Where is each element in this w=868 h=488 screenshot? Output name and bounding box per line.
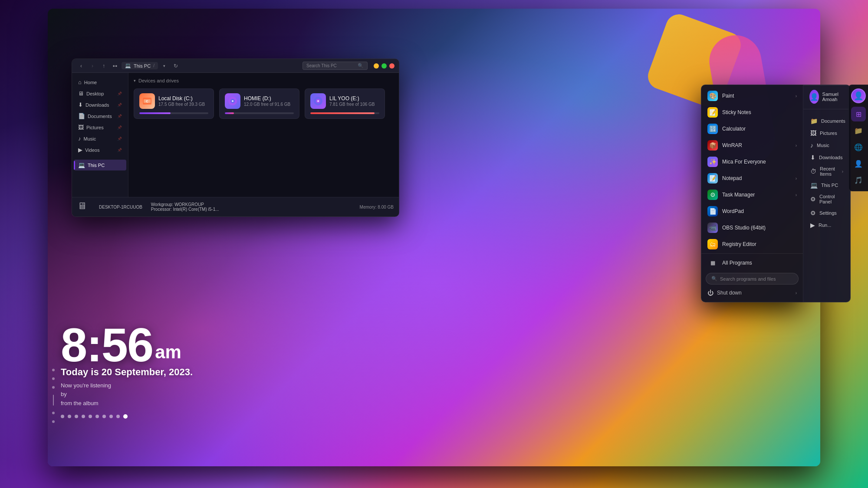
sr-music-icon: ♪ <box>810 142 813 149</box>
allprograms-icon: ▦ <box>707 258 718 268</box>
refresh-button[interactable]: ↻ <box>171 61 181 71</box>
shutdown-icon: ⏻ <box>707 289 713 296</box>
sidebar-item-thispc[interactable]: 💻 This PC <box>74 160 126 170</box>
processor-text: Processor: Intel(R) Core(TM) i5-1... <box>151 207 219 212</box>
sidebar-item-desktop[interactable]: 🖥 Desktop 📌 <box>74 88 126 99</box>
sr-control-icon: ⚙ <box>810 196 816 203</box>
drive-card-c[interactable]: C Local Disk (C:) 17.5 GB free of 39.3 G… <box>134 88 214 119</box>
pin-icon-pictures: 📌 <box>117 125 122 130</box>
sidebar-label-thispc: This PC <box>88 163 105 168</box>
sidebar-label-downloads: Downloads <box>85 102 109 108</box>
taskmgr-arrow: › <box>796 193 797 197</box>
start-search-bar[interactable]: 🔍 Search programs and files <box>706 273 799 285</box>
strip-user-avatar[interactable]: 👤 <box>851 88 866 103</box>
up-button[interactable]: ↑ <box>99 61 108 71</box>
sr-item-music[interactable]: ♪ Music <box>808 140 846 151</box>
vert-dot-1 <box>52 369 55 371</box>
sidebar-item-music[interactable]: ♪ Music 📌 <box>74 133 126 144</box>
maximize-button[interactable] <box>381 63 387 69</box>
dot-10 <box>123 414 128 419</box>
sr-run-icon: ▶ <box>810 222 815 229</box>
notepad-arrow: › <box>796 176 797 181</box>
sr-item-thispc[interactable]: 💻 This PC <box>808 180 846 191</box>
sr-music-label: Music <box>817 143 829 148</box>
drive-name-d: HOMIE (D:) <box>244 95 290 102</box>
svg-point-5 <box>232 100 233 102</box>
music-icon: ♪ <box>78 135 81 142</box>
drive-header-c: C Local Disk (C:) 17.5 GB free of 39.3 G… <box>139 93 208 109</box>
right-divider-top <box>803 109 850 109</box>
drive-card-d[interactable]: HOMIE (D:) 12.0 GB free of 91.6 GB <box>219 88 299 119</box>
sidebar-item-videos[interactable]: ▶ Videos 📌 <box>74 144 126 155</box>
processor-label: Processor: <box>151 207 172 212</box>
strip-item-folder[interactable]: 📁 <box>851 123 866 138</box>
obs-icon: 📹 <box>707 223 718 233</box>
sidebar: ⌂ Home 🖥 Desktop 📌 ⬇ Downloads 📌 📄 Docum… <box>72 73 128 216</box>
sr-item-downloads[interactable]: ⬇ Downloads <box>808 152 846 163</box>
start-item-taskmgr[interactable]: ⚙ Task Manager › <box>701 187 803 203</box>
sr-downloads-label: Downloads <box>819 155 842 160</box>
drive-bar-fill-c <box>139 112 171 114</box>
sr-item-documents[interactable]: 📁 Documents <box>808 115 846 127</box>
sidebar-item-documents[interactable]: 📄 Documents 📌 <box>74 111 126 121</box>
start-item-regedit[interactable]: 🗂 Registry Editor <box>701 236 803 252</box>
vert-line <box>53 395 54 406</box>
start-item-allprograms[interactable]: ▦ All Programs <box>701 255 803 271</box>
close-button[interactable] <box>389 63 395 69</box>
sr-item-pictures[interactable]: 🖼 Pictures <box>808 128 846 139</box>
start-item-calc[interactable]: 🔢 Calculator <box>701 121 803 137</box>
status-bar: 🖥 DESKTOP-1RCUUOB Workgroup: WORKGROUP P… <box>72 197 399 216</box>
search-bar[interactable]: Search This PC 🔍 <box>302 62 368 70</box>
pin-icon-downloads: 📌 <box>117 103 122 107</box>
start-menu-body: 🎨 Paint › 📝 Sticky Notes 🔢 Calculator 📦 … <box>701 85 803 302</box>
sr-item-run[interactable]: ▶ Run... <box>808 219 846 231</box>
sticky-icon: 📝 <box>707 107 718 118</box>
sidebar-item-pictures[interactable]: 🖼 Pictures 📌 <box>74 122 126 133</box>
strip-item-music[interactable]: 🎵 <box>851 173 866 187</box>
forward-button[interactable]: › <box>88 61 97 71</box>
music-info: Now you're listening by from the album <box>61 381 193 408</box>
strip-item-apps[interactable]: ⊞ <box>851 107 866 121</box>
sr-item-settings[interactable]: ⚙ Settings <box>808 207 846 219</box>
workgroup-text: Workgroup: WORKGROUP <box>151 202 219 207</box>
start-item-paint[interactable]: 🎨 Paint › <box>701 88 803 104</box>
obs-label: OBS Studio (64bit) <box>722 225 766 231</box>
desktop-icon: 🖥 <box>78 90 84 97</box>
dot-5 <box>89 415 92 418</box>
back-button[interactable]: ‹ <box>76 61 86 71</box>
strip-item-network[interactable]: 🌐 <box>851 140 866 154</box>
sr-thispc-label: This PC <box>821 183 838 188</box>
path-dropdown[interactable]: ▾ <box>160 61 169 71</box>
drive-info-e: LIL YOO (E:) 7.81 GB free of 106 GB <box>329 95 375 107</box>
start-menu-container: 🎨 Paint › 📝 Sticky Notes 🔢 Calculator 📦 … <box>701 85 851 302</box>
title-bar: ‹ › ↑ ●● 💻 This PC / ▾ ↻ Search This PC … <box>72 59 399 73</box>
status-hostname: DESKTOP-1RCUUOB <box>99 205 142 210</box>
recent-button[interactable]: ●● <box>110 61 120 71</box>
path-bar[interactable]: 💻 This PC / <box>122 62 158 69</box>
start-item-mica[interactable]: ✨ Mica For Everyone <box>701 154 803 170</box>
sr-item-recent[interactable]: ⏱ Recent Items › <box>808 164 846 179</box>
start-item-wordpad[interactable]: 📄 WordPad <box>701 203 803 219</box>
start-shutdown[interactable]: ⏻ Shut down › <box>701 286 803 299</box>
strip-item-user[interactable]: 👤 <box>851 156 866 171</box>
start-item-notepad[interactable]: 📝 Notepad › <box>701 170 803 187</box>
sidebar-item-home[interactable]: ⌂ Home <box>74 77 126 88</box>
start-item-winrar[interactable]: 📦 WinRAR › <box>701 137 803 154</box>
hostname-text: DESKTOP-1RCUUOB <box>99 205 142 210</box>
start-item-obs[interactable]: 📹 OBS Studio (64bit) <box>701 219 803 236</box>
sr-settings-label: Settings <box>819 210 837 216</box>
shutdown-arrow: › <box>796 291 797 295</box>
sr-item-control[interactable]: ⚙ Control Panel <box>808 192 846 206</box>
minimize-button[interactable] <box>374 63 379 69</box>
start-item-sticky[interactable]: 📝 Sticky Notes <box>701 104 803 121</box>
drive-card-e[interactable]: LIL YOO (E:) 7.81 GB free of 106 GB <box>305 88 385 119</box>
notepad-icon: 📝 <box>707 173 718 183</box>
videos-icon: ▶ <box>78 147 82 153</box>
winrar-label: WinRAR <box>722 142 742 148</box>
sidebar-label-desktop: Desktop <box>86 91 104 96</box>
sr-pictures-icon: 🖼 <box>810 130 816 137</box>
sr-recent-icon: ⏱ <box>810 168 816 175</box>
drive-info-c: Local Disk (C:) 17.5 GB free of 39.3 GB <box>158 95 205 107</box>
sidebar-item-downloads[interactable]: ⬇ Downloads 📌 <box>74 99 126 110</box>
dot-3 <box>75 415 78 418</box>
